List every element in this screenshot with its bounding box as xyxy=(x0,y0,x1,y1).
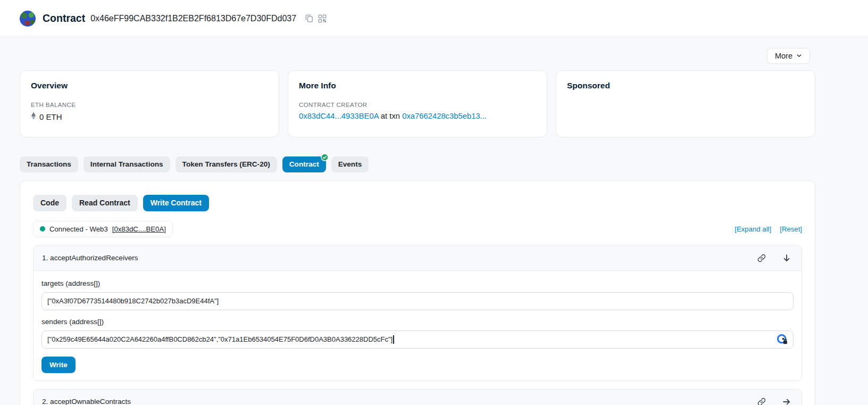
method-1-title: 1. acceptAuthorizedReceivers xyxy=(42,254,138,262)
page-title: Contract xyxy=(43,12,85,24)
qr-code-button[interactable] xyxy=(316,12,329,25)
subtab-write-contract[interactable]: Write Contract xyxy=(143,195,209,211)
toolbar-row: More xyxy=(20,48,815,64)
targets-input-value: ["0xA3f07D6773514480b918C2742b027b3acD9E… xyxy=(47,297,788,305)
method-link-icon[interactable] xyxy=(755,252,768,265)
method-2-header[interactable]: 2. acceptOwnableContracts xyxy=(34,390,802,405)
write-button[interactable]: Write xyxy=(41,357,76,373)
page: Contract 0x46eFF99CAB332f1B2EB2Ff6813D67… xyxy=(0,0,868,405)
tab-contract[interactable]: Contract xyxy=(282,156,326,172)
wallet-connection-status: Connected - Web3 [0x83dC....BE0A] xyxy=(33,221,173,237)
connection-status-text: Connected - Web3 xyxy=(49,225,108,233)
method-1-header[interactable]: 1. acceptAuthorizedReceivers xyxy=(34,246,802,271)
eth-balance-value-row: 0 ETH xyxy=(31,112,268,121)
panel-actions: [Expand all] [Reset] xyxy=(735,225,802,233)
contract-address: 0x46eFF99CAB332f1B2EB2Ff6813D67e7D30FDd0… xyxy=(90,14,296,23)
expand-arrow-right-icon[interactable] xyxy=(780,395,793,405)
creator-address-link[interactable]: 0x83dC44...4933BE0A xyxy=(299,112,379,120)
subtab-code[interactable]: Code xyxy=(33,195,66,211)
tab-token-transfers[interactable]: Token Transfers (ERC-20) xyxy=(176,156,277,172)
contract-creator-label: CONTRACT CREATOR xyxy=(299,102,536,108)
targets-input[interactable]: ["0xA3f07D6773514480b918C2742b027b3acD9E… xyxy=(41,292,794,310)
method-2-header-icons xyxy=(755,395,793,405)
contract-subtabs: Code Read Contract Write Contract xyxy=(33,195,802,211)
text-cursor xyxy=(393,335,394,344)
method-2-title: 2. acceptOwnableContracts xyxy=(42,398,131,405)
contract-creator-line: 0x83dC44...4933BE0A at txn 0xa7662428c3b… xyxy=(299,112,536,120)
contract-panel: Code Read Contract Write Contract Connec… xyxy=(20,180,815,405)
overview-title: Overview xyxy=(31,81,268,90)
password-manager-icon[interactable] xyxy=(777,334,788,345)
copy-address-button[interactable] xyxy=(303,12,316,25)
more-label: More xyxy=(775,52,792,60)
senders-input-value: ["0x259c49E65644a020C2A642260a4ffB0CD862… xyxy=(47,335,393,343)
more-info-card: More Info CONTRACT CREATOR 0x83dC44...49… xyxy=(288,70,547,137)
creation-txn-link[interactable]: 0xa7662428c3b5eb13... xyxy=(402,112,487,120)
connected-address-link[interactable]: [0x83dC....BE0A] xyxy=(112,225,166,233)
copy-icon xyxy=(305,14,314,23)
method-1-body: targets (address[]) ["0xA3f07D6773514480… xyxy=(34,271,802,381)
overview-card: Overview ETH BALANCE 0 ETH xyxy=(20,70,279,137)
method-accordion-1: 1. acceptAuthorizedReceivers targets (ad… xyxy=(33,245,802,381)
method-1-header-icons xyxy=(755,252,793,265)
verified-check-icon xyxy=(321,153,329,161)
eth-balance-value: 0 ETH xyxy=(39,112,62,121)
contract-avatar xyxy=(20,11,36,27)
chevron-down-icon xyxy=(796,52,802,60)
subtab-read-contract[interactable]: Read Contract xyxy=(72,195,138,211)
connection-row: Connected - Web3 [0x83dC....BE0A] [Expan… xyxy=(33,221,802,237)
sponsored-card: Sponsored xyxy=(556,70,815,137)
eth-balance-label: ETH BALANCE xyxy=(31,102,268,108)
sponsored-title: Sponsored xyxy=(567,81,804,90)
info-cards: Overview ETH BALANCE 0 ETH More Info CON… xyxy=(20,70,815,137)
connected-dot-icon xyxy=(40,226,45,232)
more-dropdown-button[interactable]: More xyxy=(767,48,810,64)
eth-icon xyxy=(31,112,36,121)
qr-code-icon xyxy=(318,14,327,23)
contract-header: Contract 0x46eFF99CAB332f1B2EB2Ff6813D67… xyxy=(0,0,868,37)
main-tabs: Transactions Internal Transactions Token… xyxy=(20,156,815,172)
more-info-title: More Info xyxy=(299,81,536,90)
method-accordion-2: 2. acceptOwnableContracts xyxy=(33,389,802,405)
tab-internal-transactions[interactable]: Internal Transactions xyxy=(84,156,170,172)
tab-contract-label: Contract xyxy=(289,160,319,168)
reset-link[interactable]: [Reset] xyxy=(780,225,802,233)
tab-events[interactable]: Events xyxy=(331,156,369,172)
page-content: More Overview ETH BALANCE 0 ETH More In xyxy=(20,48,815,405)
expand-all-link[interactable]: [Expand all] xyxy=(735,225,771,233)
senders-input[interactable]: ["0x259c49E65644a020C2A642260a4ffB0CD862… xyxy=(41,330,794,349)
senders-field-label: senders (address[]) xyxy=(41,318,794,326)
collapse-arrow-down-icon[interactable] xyxy=(780,252,793,265)
tab-transactions[interactable]: Transactions xyxy=(20,156,78,172)
targets-field-label: targets (address[]) xyxy=(41,279,794,287)
creator-middle-text: at txn xyxy=(379,112,402,120)
method-link-icon[interactable] xyxy=(755,395,768,405)
